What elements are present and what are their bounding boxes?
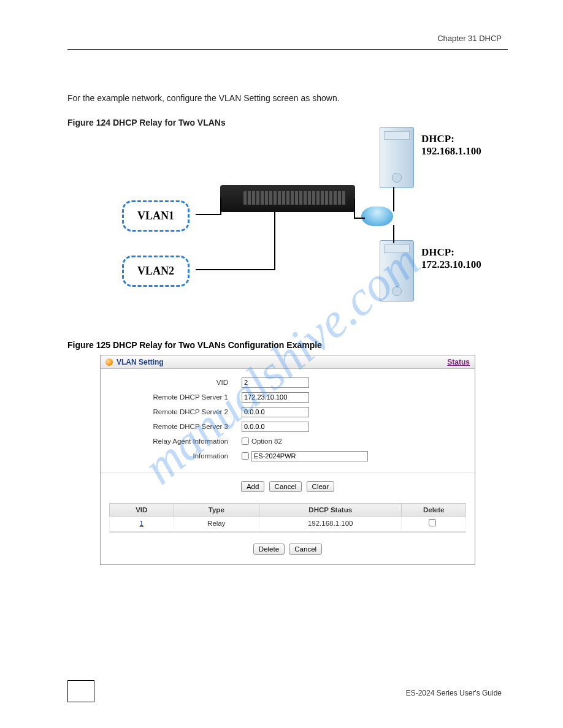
router-icon	[361, 207, 393, 226]
panel-dot-icon	[105, 358, 113, 366]
col-delete: Delete	[402, 504, 466, 517]
option82-text: Option 82	[251, 438, 282, 445]
vlan2-box: VLAN2	[122, 256, 190, 287]
option82-checkbox[interactable]	[242, 438, 249, 445]
cancel-button-2[interactable]: Cancel	[289, 544, 322, 555]
vlan-setting-panel: VLAN Setting Status VID Remote DHCP Serv…	[100, 355, 475, 565]
relay-agent-label: Relay Agent Information	[113, 438, 242, 445]
row-status: 192.168.1.100	[259, 517, 402, 531]
row-delete-checkbox[interactable]	[429, 519, 436, 526]
col-status: DHCP Status	[259, 504, 402, 517]
clear-button[interactable]: Clear	[307, 481, 334, 492]
panel-title: VLAN Setting	[117, 358, 164, 366]
remote-dhcp-3-input[interactable]	[242, 422, 309, 432]
footer-guide: ES-2024 Series User's Guide	[406, 689, 502, 697]
row-vid-link[interactable]: 1	[110, 517, 174, 531]
figure-125-caption: Figure 125 DHCP Relay for Two VLANs Conf…	[67, 340, 508, 350]
dhcp-server-2-label: DHCP: 172.23.10.100	[421, 246, 481, 270]
row-delete-cell	[402, 517, 466, 531]
page-number: 240	[67, 680, 94, 702]
table-header-row: VID Type DHCP Status Delete	[110, 504, 466, 517]
button-row-2: Delete Cancel	[101, 536, 475, 564]
button-row-1: Add Cancel Clear	[101, 472, 475, 503]
row-type: Relay	[174, 517, 259, 531]
status-link[interactable]: Status	[447, 358, 470, 366]
table-row: 1 Relay 192.168.1.100	[110, 517, 466, 531]
information-checkbox[interactable]	[242, 452, 249, 460]
network-diagram: VLAN1 VLAN2 DHCP: 192.168.1.100 DHCP: 17…	[116, 133, 459, 329]
vid-label: VID	[113, 379, 242, 386]
add-button[interactable]: Add	[241, 481, 264, 492]
remote-dhcp-3-label: Remote DHCP Server 3	[113, 423, 242, 430]
vlan1-box: VLAN1	[122, 200, 190, 232]
information-label: Information	[113, 452, 242, 460]
remote-dhcp-2-label: Remote DHCP Server 2	[113, 408, 242, 415]
col-vid: VID	[110, 504, 174, 517]
header-rule	[67, 49, 508, 50]
figure-124-caption: Figure 124 DHCP Relay for Two VLANs	[67, 116, 508, 130]
vid-input[interactable]	[242, 377, 309, 388]
information-input[interactable]	[251, 451, 368, 461]
dhcp-server-2-icon	[380, 240, 414, 301]
switch-icon	[220, 185, 355, 212]
remote-dhcp-2-input[interactable]	[242, 407, 309, 417]
dhcp-server-1-label: DHCP: 192.168.1.100	[421, 133, 481, 157]
cancel-button-1[interactable]: Cancel	[269, 481, 302, 492]
remote-dhcp-1-label: Remote DHCP Server 1	[113, 393, 242, 401]
dhcp-server-1-icon	[380, 127, 414, 188]
col-type: Type	[174, 504, 259, 517]
dhcp-status-table: VID Type DHCP Status Delete 1 Relay 192.…	[109, 503, 466, 530]
intro-paragraph: For the example network, configure the V…	[67, 92, 508, 105]
remote-dhcp-1-input[interactable]	[242, 392, 309, 403]
delete-button[interactable]: Delete	[253, 544, 285, 555]
panel-header: VLAN Setting Status	[101, 355, 475, 369]
page-header-chapter: Chapter 31 DHCP	[437, 34, 502, 43]
form-area: VID Remote DHCP Server 1 Remote DHCP Ser…	[101, 369, 475, 467]
